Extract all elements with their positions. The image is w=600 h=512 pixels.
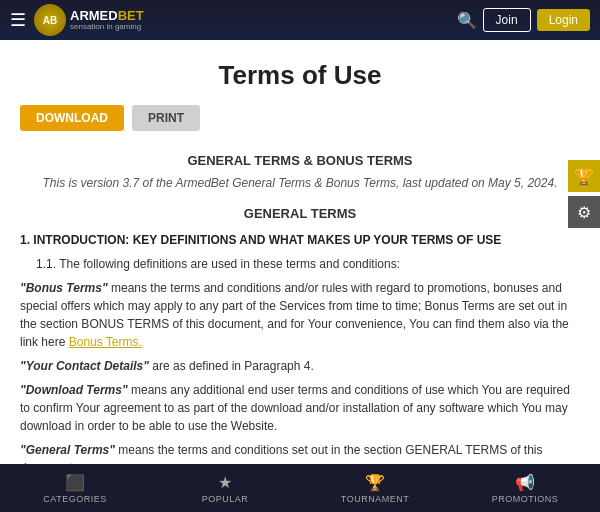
sidebar-buttons: 🏆 ⚙ (568, 160, 600, 228)
join-button[interactable]: Join (483, 8, 531, 32)
tool-sidebar-btn[interactable]: ⚙ (568, 196, 600, 228)
tournament-icon: 🏆 (365, 473, 385, 492)
bonus-terms-link[interactable]: Bonus Terms. (69, 335, 142, 349)
header: ☰ AB ARMEDBET sensation in gaming 🔍 Join… (0, 0, 600, 40)
logo-text-block: ARMEDBET sensation in gaming (70, 9, 144, 31)
sub-item-1-1: 1.1. The following definitions are used … (36, 255, 580, 273)
header-right: 🔍 Join Login (457, 8, 590, 32)
trophy-sidebar-btn[interactable]: 🏆 (568, 160, 600, 192)
def2-text: are as defined in Paragraph 4. (152, 359, 313, 373)
hamburger-menu[interactable]: ☰ (10, 9, 26, 31)
tournament-label: TOURNAMENT (341, 494, 409, 504)
logo-icon: AB (34, 4, 66, 36)
main-content: Terms of Use DOWNLOAD PRINT GENERAL TERM… (0, 40, 600, 464)
nav-popular[interactable]: ★ POPULAR (150, 473, 300, 504)
definition-download-terms: "Download Terms" means any additional en… (20, 381, 580, 435)
categories-label: CATEGORIES (43, 494, 106, 504)
definition-general-terms: "General Terms" means the terms and cond… (20, 441, 580, 464)
bottom-nav: ⬛ CATEGORIES ★ POPULAR 🏆 TOURNAMENT 📢 PR… (0, 464, 600, 512)
categories-icon: ⬛ (65, 473, 85, 492)
general-bonus-header: GENERAL TERMS & BONUS TERMS (0, 145, 600, 172)
nav-promotions[interactable]: 📢 PROMOTIONS (450, 473, 600, 504)
content-area: 1. INTRODUCTION: KEY DEFINITIONS AND WHA… (0, 231, 600, 464)
logo-main: ARMEDBET (70, 9, 144, 22)
search-button[interactable]: 🔍 (457, 11, 477, 30)
page-title: Terms of Use (0, 40, 600, 105)
popular-icon: ★ (218, 473, 232, 492)
logo-sub: sensation in gaming (70, 22, 144, 31)
version-text: This is version 3.7 of the ArmedBet Gene… (0, 172, 600, 198)
logo-area: AB ARMEDBET sensation in gaming (34, 4, 144, 36)
general-terms-header: GENERAL TERMS (0, 198, 600, 231)
term-contact-details: "Your Contact Details" (20, 359, 149, 373)
logo-word1: ARMED (70, 8, 118, 23)
definition-contact-details: "Your Contact Details" are as defined in… (20, 357, 580, 375)
promotions-label: PROMOTIONS (492, 494, 559, 504)
term-download-terms: "Download Terms" (20, 383, 128, 397)
promotions-icon: 📢 (515, 473, 535, 492)
nav-categories[interactable]: ⬛ CATEGORIES (0, 473, 150, 504)
print-button[interactable]: PRINT (132, 105, 200, 131)
logo-word2: BET (118, 8, 144, 23)
term-general-terms: "General Terms" (20, 443, 115, 457)
definition-bonus-terms: "Bonus Terms" means the terms and condit… (20, 279, 580, 351)
intro-heading: 1. INTRODUCTION: KEY DEFINITIONS AND WHA… (20, 231, 580, 249)
nav-tournament[interactable]: 🏆 TOURNAMENT (300, 473, 450, 504)
popular-label: POPULAR (202, 494, 249, 504)
term-bonus-terms: "Bonus Terms" (20, 281, 108, 295)
download-button[interactable]: DOWNLOAD (20, 105, 124, 131)
header-left: ☰ AB ARMEDBET sensation in gaming (10, 4, 144, 36)
login-button[interactable]: Login (537, 9, 590, 31)
action-buttons: DOWNLOAD PRINT (0, 105, 600, 145)
